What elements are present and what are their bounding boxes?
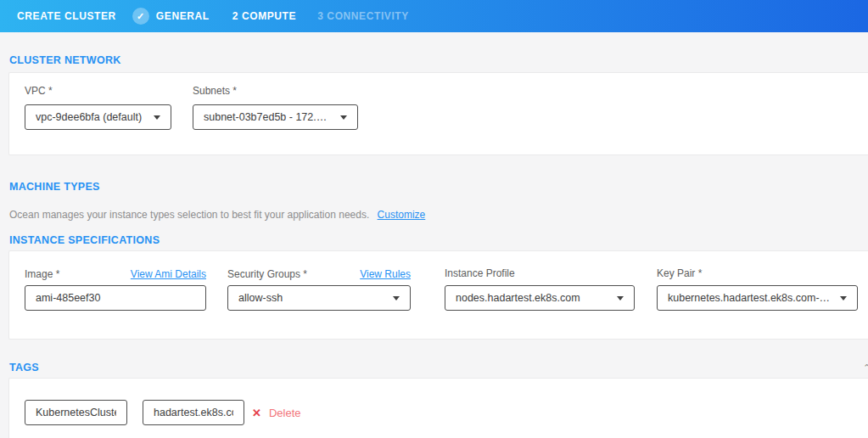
wizard-header: CREATE CLUSTER ✓ GENERAL 2 COMPUTE 3 CON… xyxy=(0,0,868,32)
wizard-title: CREATE CLUSTER xyxy=(17,10,116,22)
chevron-down-icon xyxy=(393,296,400,300)
vpc-label: VPC * xyxy=(25,86,171,96)
tab-general[interactable]: ✓ GENERAL xyxy=(132,8,210,25)
tab-connectivity-label: 3 CONNECTIVITY xyxy=(317,10,409,22)
tags-panel: ✕ Delete xyxy=(8,378,868,438)
view-ami-details-link[interactable]: View Ami Details xyxy=(131,268,206,280)
security-groups-label: Security Groups * xyxy=(227,269,307,279)
tab-compute-label: 2 COMPUTE xyxy=(232,10,296,22)
image-input[interactable] xyxy=(25,285,206,311)
tab-general-label: GENERAL xyxy=(156,10,210,22)
check-icon: ✓ xyxy=(132,8,149,25)
view-rules-link[interactable]: View Rules xyxy=(360,268,411,280)
machine-types-description-row: Ocean manages your instance types select… xyxy=(0,209,868,221)
instance-specifications-panel: Image * View Ami Details Security Groups… xyxy=(8,250,868,340)
collapse-chevron-icon[interactable]: ⌃ xyxy=(863,363,868,373)
tag-value-input[interactable] xyxy=(143,400,244,425)
tab-compute[interactable]: 2 COMPUTE xyxy=(232,10,296,22)
key-pair-select[interactable]: kubernetes.hadartest.ek8s.com-39:84:a5:9… xyxy=(657,285,858,311)
tag-key-input[interactable] xyxy=(25,400,127,425)
vpc-select-value: vpc-9dee6bfa (default) xyxy=(36,111,142,123)
customize-link[interactable]: Customize xyxy=(378,209,426,221)
cluster-network-heading: CLUSTER NETWORK xyxy=(0,55,868,66)
subnets-select-value: subnet-03b7ed5b - 172.31.0.0/20 ... xyxy=(204,111,332,123)
security-groups-select-value: allow-ssh xyxy=(238,292,283,304)
machine-types-heading: MACHINE TYPES xyxy=(0,182,868,193)
image-label: Image * xyxy=(25,269,59,279)
chevron-down-icon xyxy=(617,296,624,300)
tags-title-row: TAGS ⌃ xyxy=(0,362,868,373)
vpc-select[interactable]: vpc-9dee6bfa (default) xyxy=(25,104,171,130)
subnets-select[interactable]: subnet-03b7ed5b - 172.31.0.0/20 ... xyxy=(193,104,358,130)
tab-connectivity[interactable]: 3 CONNECTIVITY xyxy=(317,10,409,22)
tag-row: ✕ Delete xyxy=(25,400,868,425)
chevron-down-icon xyxy=(340,115,347,120)
instance-profile-label: Instance Profile xyxy=(445,268,515,278)
cluster-network-panel: VPC * vpc-9dee6bfa (default) Subnets * s… xyxy=(8,72,868,155)
machine-types-description: Ocean manages your instance types select… xyxy=(9,209,369,221)
delete-tag-button[interactable]: ✕ Delete xyxy=(252,407,300,419)
instance-specifications-heading: INSTANCE SPECIFICATIONS xyxy=(0,235,868,246)
instance-profile-select[interactable]: nodes.hadartest.ek8s.com xyxy=(445,285,635,311)
chevron-down-icon xyxy=(154,115,160,120)
delete-x-icon: ✕ xyxy=(252,407,261,419)
instance-profile-select-value: nodes.hadartest.ek8s.com xyxy=(456,292,580,304)
chevron-down-icon xyxy=(840,296,847,300)
subnets-label: Subnets * xyxy=(193,86,358,96)
check-glyph: ✓ xyxy=(137,11,145,22)
key-pair-select-value: kubernetes.hadartest.ek8s.com-39:84:a5:9… xyxy=(668,292,832,304)
key-pair-label: Key Pair * xyxy=(657,268,702,278)
delete-tag-label: Delete xyxy=(269,407,301,419)
security-groups-select[interactable]: allow-ssh xyxy=(227,285,411,311)
tags-heading: TAGS xyxy=(0,362,868,373)
